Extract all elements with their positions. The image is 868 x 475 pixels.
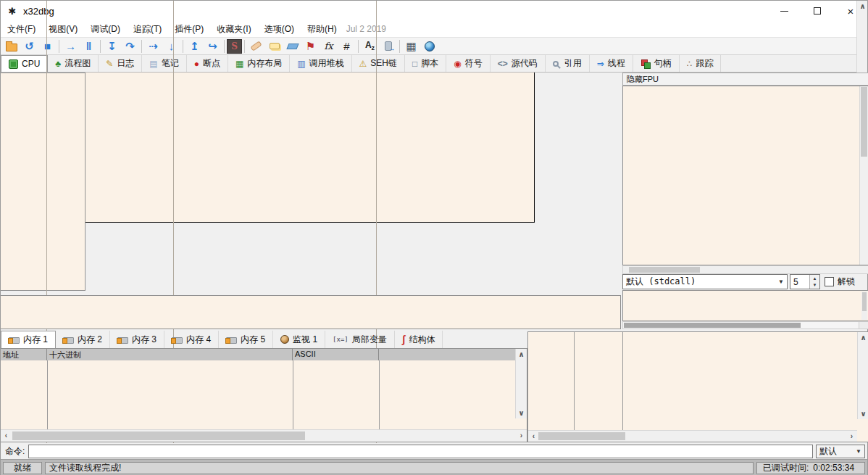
stepper-down-icon[interactable]: ▼: [810, 282, 819, 289]
menu-view[interactable]: 视图(V): [42, 21, 84, 37]
scrollbar-thumb[interactable]: [629, 267, 700, 273]
scroll-right-icon[interactable]: ›: [516, 430, 527, 441]
tab-notes[interactable]: ▤笔记: [142, 55, 186, 72]
stack-vscrollbar[interactable]: ∧ ∨: [857, 332, 868, 419]
unlock-checkbox[interactable]: [825, 277, 834, 286]
step-into-button[interactable]: ↧: [103, 38, 121, 54]
text-encoding-icon: Az: [365, 41, 375, 51]
menu-options[interactable]: 选项(O): [258, 21, 301, 37]
tab-script[interactable]: □脚本: [405, 55, 446, 72]
tab-call-stack[interactable]: ▥调用堆栈: [290, 55, 351, 72]
functions-icon: fx: [324, 41, 333, 51]
scroll-up-icon[interactable]: ∧: [516, 349, 527, 360]
calculator-button[interactable]: ▦: [402, 38, 420, 54]
functions-button[interactable]: fx: [320, 38, 338, 54]
arguments-hscrollbar[interactable]: [622, 321, 868, 329]
scroll-up-icon[interactable]: ∧: [857, 1, 868, 12]
symbols-icon: ◉: [454, 59, 461, 68]
tab-dump-2[interactable]: 内存 2: [56, 331, 110, 348]
scrollbar-thumb[interactable]: [624, 323, 801, 328]
open-file-button[interactable]: [2, 38, 20, 54]
tab-dump-4[interactable]: 内存 4: [164, 331, 219, 348]
scroll-right-icon[interactable]: ›: [846, 431, 857, 442]
argument-count-stepper[interactable]: 5 ▲ ▼: [790, 274, 820, 289]
trace-into-button[interactable]: ⇢: [144, 38, 162, 54]
scrollbar-thumb[interactable]: [862, 292, 867, 311]
maximize-button[interactable]: [801, 1, 834, 21]
dump-hscrollbar[interactable]: ‹ ›: [1, 429, 527, 442]
internet-button[interactable]: [420, 38, 438, 54]
struct-icon: ʃ: [402, 334, 406, 344]
command-profile-select[interactable]: 默认 ▼: [816, 445, 865, 458]
restart-button[interactable]: ↺: [20, 38, 38, 54]
scrollbar-thumb[interactable]: [12, 431, 305, 440]
tab-source[interactable]: <>源代码: [491, 55, 546, 72]
tab-memory-map[interactable]: ▦内存布局: [228, 55, 290, 72]
menu-file[interactable]: 文件(F): [1, 21, 42, 37]
registers-vscrollbar[interactable]: [859, 86, 868, 265]
tab-handles[interactable]: 句柄: [633, 55, 680, 72]
bookmarks-button[interactable]: ⚑: [301, 38, 320, 54]
tab-log[interactable]: ✎日志: [99, 55, 142, 72]
tab-trace[interactable]: ∴跟踪: [680, 55, 722, 72]
menu-debug[interactable]: 调试(D): [84, 21, 127, 37]
dump-icon: [172, 337, 183, 344]
command-input[interactable]: [28, 445, 813, 458]
column-header-hex[interactable]: 十六进制: [47, 349, 293, 360]
stop-button[interactable]: ■: [38, 38, 57, 54]
scroll-left-icon[interactable]: ‹: [1, 430, 12, 441]
minimize-button[interactable]: [767, 1, 801, 21]
tab-threads[interactable]: ⇒线程: [590, 55, 633, 72]
run-button[interactable]: →: [62, 38, 80, 54]
registers-hscrollbar[interactable]: [622, 265, 868, 274]
calling-convention-select[interactable]: 默认 (stdcall) ▼: [622, 274, 788, 289]
step-over-button[interactable]: ↷: [121, 38, 139, 54]
tab-symbols[interactable]: ◉符号: [446, 55, 490, 72]
comments-button[interactable]: [265, 38, 283, 54]
arguments-view[interactable]: [622, 290, 868, 321]
trace-over-button[interactable]: ↓: [162, 38, 180, 54]
registers-view[interactable]: [622, 86, 868, 265]
column-header-ascii[interactable]: ASCII: [293, 349, 379, 360]
tab-struct[interactable]: ʃ结构体: [395, 331, 443, 348]
tab-dump-1[interactable]: 内存 1: [1, 331, 56, 348]
source-mode-button[interactable]: S: [227, 39, 242, 54]
stack-view[interactable]: ∧ ∨ ‹ ›: [527, 331, 868, 442]
dump-vscrollbar[interactable]: ∧ ∨: [515, 349, 527, 418]
attach-button[interactable]: [379, 38, 397, 54]
tab-dump-5[interactable]: 内存 5: [219, 331, 273, 348]
stack-hscrollbar[interactable]: ‹ ›: [528, 430, 857, 442]
dump-view[interactable]: 地址 十六进制 ASCII ∧ ∨ ‹ ›: [1, 348, 527, 442]
scroll-down-icon[interactable]: ∨: [516, 408, 527, 418]
stepper-up-icon[interactable]: ▲: [810, 275, 819, 282]
execute-till-return-button[interactable]: ↥: [185, 38, 204, 54]
patches-button[interactable]: [247, 38, 265, 54]
scrollbar-thumb[interactable]: [861, 87, 867, 157]
run-to-user-code-button[interactable]: ↪: [204, 38, 222, 54]
tab-locals[interactable]: [x=]局部变量: [325, 331, 395, 348]
tab-watch-1[interactable]: 监视 1: [273, 331, 325, 348]
arguments-vscrollbar[interactable]: [861, 292, 867, 320]
menu-trace[interactable]: 追踪(T): [127, 21, 168, 37]
string-references-button[interactable]: #: [338, 38, 356, 54]
scrollbar-thumb[interactable]: [538, 432, 625, 440]
column-header-address[interactable]: 地址: [1, 349, 47, 360]
locals-icon: [x=]: [333, 336, 349, 343]
labels-button[interactable]: [283, 38, 301, 54]
tab-graph[interactable]: ♣流程图: [48, 55, 99, 72]
hide-fpu-button[interactable]: 隐藏FPU: [622, 73, 868, 86]
scroll-up-icon[interactable]: ∧: [858, 332, 868, 343]
tab-dump-3[interactable]: 内存 3: [110, 331, 164, 348]
column-header-extra[interactable]: [379, 349, 515, 360]
menu-favourites[interactable]: 收藏夹(I): [210, 21, 257, 37]
scroll-down-icon[interactable]: ∨: [858, 408, 868, 419]
scroll-left-icon[interactable]: ‹: [528, 431, 539, 442]
tab-breakpoints[interactable]: ●断点: [187, 55, 228, 72]
tab-seh[interactable]: ⚠SEH链: [352, 55, 405, 72]
menu-help[interactable]: 帮助(H): [301, 21, 343, 37]
tab-cpu[interactable]: CPU: [1, 55, 48, 72]
tab-references[interactable]: 引用: [546, 55, 590, 72]
menu-plugins[interactable]: 插件(P): [168, 21, 210, 37]
toolbar-separator: [244, 40, 245, 53]
pause-button[interactable]: ‖: [80, 38, 98, 54]
